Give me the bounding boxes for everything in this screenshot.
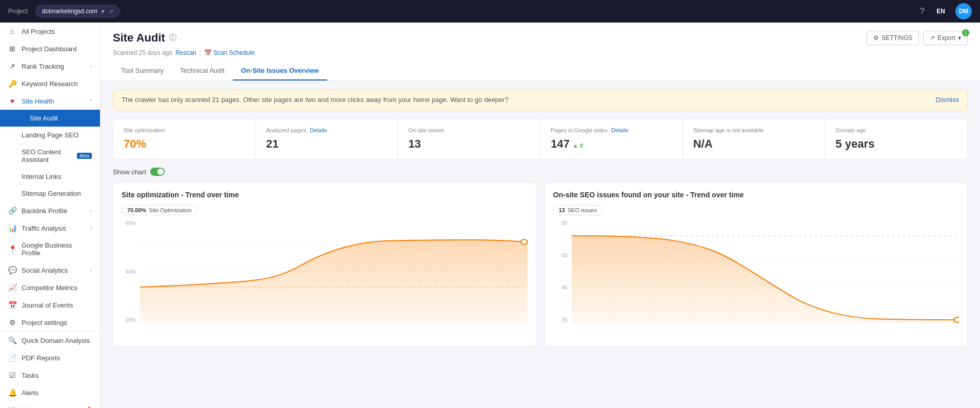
details-link[interactable]: Details — [310, 127, 327, 133]
sidebar-item-social-analytics[interactable]: 💬 Social Analytics › — [0, 261, 100, 279]
sidebar-item-site-health[interactable]: ♥ Site Health ^ — [0, 92, 100, 110]
sidebar-item-backlink-profile[interactable]: 🔗 Backlink Profile › — [0, 202, 100, 219]
dismiss-link[interactable]: Dismiss — [936, 96, 959, 104]
show-chart-label: Show chart — [113, 168, 146, 176]
minimize-menu[interactable]: Minimize menu 📌 — [0, 401, 100, 408]
show-chart-row: Show chart — [113, 168, 968, 176]
sidebar-label: Quick Domain Analysis — [22, 337, 92, 344]
sidebar-item-landing-page-seo[interactable]: Landing Page SEO — [0, 127, 100, 144]
sidebar-item-internal-links[interactable]: Internal Links — [0, 168, 100, 185]
sidebar-item-all-projects[interactable]: ⌂ All Projects — [0, 23, 100, 40]
metric-value: 147 ▲ 8 — [551, 137, 672, 151]
scan-schedule-link[interactable]: 📅 Scan Schedule — [204, 49, 255, 56]
charts-row: Site optimization - Trend over time 70.0… — [113, 182, 968, 347]
metric-value: 5 years — [835, 137, 957, 151]
sidebar-item-project-dashboard[interactable]: ⊞ Project Dashboard — [0, 40, 100, 57]
settings-button[interactable]: ⚙ SETTINGS — [867, 31, 919, 45]
avatar[interactable]: DM — [955, 3, 972, 19]
sidebar-label: SEO Content Assistant — [22, 148, 70, 164]
metric-label: Analyzed pages Details — [266, 127, 388, 133]
calendar-icon: 📅 — [204, 49, 212, 56]
chart-title: Site optimization - Trend over time — [122, 191, 528, 199]
chart-svg-container — [140, 220, 528, 323]
metric-value: N/A — [693, 137, 815, 151]
issues-svg — [572, 220, 959, 323]
tab-on-site-issues[interactable]: On-Site Issues Overview — [233, 62, 327, 80]
sidebar-item-quick-domain[interactable]: 🔍 Quick Domain Analysis — [0, 332, 100, 349]
language-selector[interactable]: EN — [936, 8, 945, 15]
title-help-icon[interactable]: ⓘ — [169, 33, 176, 43]
metric-value: 21 — [266, 137, 388, 151]
heart-icon: ♥ — [8, 97, 16, 105]
sidebar-item-journal-events[interactable]: 📅 Journal of Events — [0, 296, 100, 314]
sidebar-label: Site Audit — [8, 114, 92, 122]
social-icon: 💬 — [8, 266, 16, 274]
sidebar-item-keyword-research[interactable]: 🔑 Keyword Research — [0, 75, 100, 92]
sidebar-label: Google Business Profile — [22, 241, 92, 257]
seo-issues-chart: On-site SEO issues found on your site - … — [545, 182, 968, 347]
badge-value: 70.00% — [127, 207, 146, 213]
sidebar-label: Tasks — [22, 372, 92, 379]
notice-text: The crawler has only scanned 21 pages. O… — [122, 96, 509, 104]
sidebar-label: Keyword Research — [22, 80, 92, 88]
pdf-icon: 📄 — [8, 354, 16, 362]
export-button[interactable]: 1 ↗ Export ▾ — [923, 31, 968, 45]
sidebar-item-traffic-analysis[interactable]: 📊 Traffic Analysis › — [0, 219, 100, 237]
chevron-up-icon: ^ — [89, 98, 92, 104]
sidebar-label: Project settings — [22, 319, 92, 327]
metric-value: 70% — [124, 137, 245, 151]
badge-label: SEO issues — [568, 207, 597, 213]
sidebar-item-project-settings[interactable]: ⚙ Project settings — [0, 314, 100, 331]
sidebar-item-sitemap-generation[interactable]: Sitemap Generation — [0, 185, 100, 202]
sidebar-item-pdf-reports[interactable]: 📄 PDF Reports — [0, 349, 100, 366]
settings-icon: ⚙ — [8, 318, 16, 327]
metric-label: On-site issues — [408, 127, 530, 133]
chevron-down-icon: ▾ — [958, 34, 961, 42]
beta-badge: Beta — [77, 153, 92, 159]
sidebar-label: Site Health — [22, 97, 54, 105]
export-icon: ↗ — [930, 34, 935, 42]
chart-badge: 13 SEO issues — [553, 205, 603, 215]
tab-tool-summary[interactable]: Tool Summary — [113, 62, 172, 80]
tab-technical-audit[interactable]: Technical Audit — [172, 62, 233, 80]
chart-area: 60% 40% 20% — [122, 220, 528, 338]
main-content: The crawler has only scanned 21 pages. O… — [101, 81, 980, 408]
tabs: Tool Summary Technical Audit On-Site Iss… — [113, 62, 968, 80]
metric-label: Pages in Google index Details — [551, 127, 672, 133]
y-labels: 80 60 40 20 — [553, 220, 570, 323]
sidebar-item-tasks[interactable]: ☑ Tasks — [0, 366, 100, 384]
project-label: Project: — [8, 8, 29, 15]
y-labels: 60% 40% 20% — [122, 220, 138, 323]
domain-pill[interactable]: dotmarketingsd.com ▼ ↗ — [35, 5, 120, 17]
sidebar-item-alerts[interactable]: 🔔 Alerts — [0, 384, 100, 401]
metric-value: 13 — [408, 137, 530, 151]
metric-site-optimization: Site optimization 70% — [113, 119, 255, 159]
help-icon[interactable]: ? — [919, 7, 924, 16]
sidebar-item-site-audit[interactable]: Site Audit — [0, 110, 100, 127]
sidebar-label: Traffic Analysis — [22, 225, 85, 232]
keyword-icon: 🔑 — [8, 79, 16, 88]
sidebar-item-seo-content-assistant[interactable]: SEO Content Assistant Beta — [0, 144, 100, 168]
sidebar-label: Alerts — [22, 389, 92, 397]
sidebar-label: Sitemap Generation — [22, 190, 92, 197]
sidebar-item-competitor-metrics[interactable]: 📈 Competitor Metrics — [0, 279, 100, 296]
metrics-row: Site optimization 70% Analyzed pages Det… — [113, 118, 968, 159]
metric-label: Domain age — [835, 127, 957, 133]
sidebar-label: Journal of Events — [22, 301, 92, 309]
traffic-icon: 📊 — [8, 224, 16, 232]
badge-value: 13 — [559, 207, 565, 213]
backlink-icon: 🔗 — [8, 207, 16, 215]
rescan-link[interactable]: Rescan — [175, 49, 196, 56]
chart-title: On-site SEO issues found on your site - … — [553, 191, 959, 199]
details-link-2[interactable]: Details — [611, 127, 629, 133]
topbar: Project: dotmarketingsd.com ▼ ↗ ? EN DM — [0, 0, 980, 23]
sidebar-bottom: 🔍 Quick Domain Analysis 📄 PDF Reports ☑ … — [0, 331, 100, 408]
show-chart-toggle[interactable] — [150, 168, 165, 176]
sidebar-item-google-business[interactable]: 📍 Google Business Profile — [0, 237, 100, 261]
search-icon: 🔍 — [8, 336, 16, 344]
sidebar-item-rank-tracking[interactable]: ↗ Rank Tracking › — [0, 57, 100, 75]
metric-pages-google-index: Pages in Google index Details 147 ▲ 8 — [541, 119, 683, 159]
chevron-icon: › — [90, 208, 92, 214]
main-content-area: Site Audit ⓘ ⚙ SETTINGS 1 ↗ Export ▾ — [101, 23, 980, 408]
site-optimization-chart: Site optimization - Trend over time 70.0… — [113, 182, 536, 347]
